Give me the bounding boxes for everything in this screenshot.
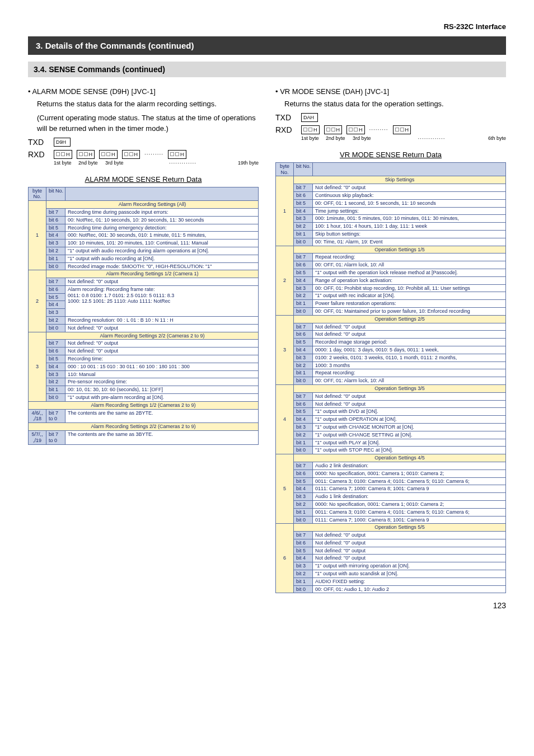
byte-1: 1 — [276, 176, 294, 246]
desc: Repeat recording: — [313, 369, 506, 377]
desc: Recording time: — [65, 355, 259, 363]
desc: Not defined: "0" output — [313, 532, 506, 539]
desc: Recording resolution: 00 : L 01 : B 10 :… — [65, 317, 259, 325]
desc: "1" output with PLAY at [ON]. — [313, 439, 506, 447]
desc: 0011: Camera 3; 0100: Camera 4; 0101: Ca… — [313, 508, 506, 516]
bit-cell: bit 4 — [294, 416, 313, 424]
right-byte-labels: 1st byte 2nd byte 3rd byte ·············… — [301, 135, 506, 142]
desc: 0100: 2 weeks, 0101: 3 weeks, 0110, 1 mo… — [313, 354, 506, 361]
desc: "1" output with mirroring operation at [… — [313, 562, 506, 570]
desc: The contents are the same as 2BYTE. — [65, 409, 259, 423]
bit-cell: bit 7 — [294, 184, 313, 192]
bit-cell: bit 0 — [294, 307, 313, 315]
desc: Range of operation lock activation: — [313, 276, 506, 284]
bit-cell: bit 0 — [294, 447, 313, 454]
txd-label: TXD — [275, 113, 297, 122]
rxd-label: RXD — [28, 150, 49, 159]
bit-cell: bit 0 — [294, 377, 313, 385]
bit-cell: bit 7 — [294, 323, 313, 331]
bit-cell: bit 5 — [46, 355, 65, 363]
subsection-title-bar: 3.4. SENSE Commands (continued) — [28, 62, 506, 77]
bit-cell: bit 5 — [294, 269, 313, 277]
byte-label: 19th byte — [238, 160, 259, 166]
desc: Not defined: "0" output — [313, 400, 506, 408]
bit-cell: bit 4 — [294, 346, 313, 354]
desc: "1" output with DVD at [ON]. — [313, 408, 506, 416]
rxd-byte-box: H — [122, 150, 140, 159]
bit-cell: bit 3 — [46, 240, 65, 247]
txd-code-box: DAH — [301, 113, 318, 122]
desc: Repeat recording: — [313, 253, 506, 261]
section-op15: Operation Settings 1/5 — [294, 246, 506, 253]
bit-cell: bit 1 — [294, 577, 313, 585]
bit-cell: bit 5 — [46, 293, 65, 301]
bit-cell: bit 6 — [46, 285, 65, 293]
bit-cell: bit 7 — [46, 278, 65, 286]
header-interface: RS-232C Interface — [28, 22, 506, 31]
right-rxd-row: RXD H H H ········· H — [275, 125, 506, 134]
rxd-byte-box: H — [54, 150, 72, 159]
desc: Not defined: "0" output — [65, 324, 259, 332]
byte-4-18: 4/6/,, ,/18 — [29, 409, 46, 423]
right-title: • VR MODE SENSE (DAH) [JVC-1] — [275, 87, 506, 96]
desc: Power failure restoration operations: — [313, 300, 506, 308]
bit-cell: bit 3 — [294, 423, 313, 431]
desc: 00: OFF, 01: Audio 1, 10: Audio 2 — [313, 585, 506, 593]
rxd-byte-box: H — [324, 125, 343, 134]
bit-cell: bit 1 — [294, 439, 313, 447]
bit-cell: bit 4 — [46, 232, 65, 240]
bit-cell: bit 7 to 0 — [46, 409, 65, 423]
section-12-c29a: Alarm Recording Settings 1/2 (Cameras 2 … — [29, 401, 259, 409]
desc: "1" output with pre-alarm recording at [… — [65, 394, 259, 402]
desc: Not defined: "0" output — [313, 547, 506, 555]
left-return-title: ALARM MODE SENSE Return Data — [28, 175, 259, 184]
right-return-title: VR MODE SENSE Return Data — [275, 151, 506, 159]
bit-cell: bit 6 — [294, 331, 313, 339]
bit-cell: bit 4 — [294, 555, 313, 562]
bit-cell: bit 6 — [294, 469, 313, 477]
bit-cell: bit 4 — [46, 363, 65, 370]
byte-label: 1st byte — [301, 135, 321, 141]
bit-cell: bit 4 — [294, 276, 313, 284]
section-12-c1: Alarm Recording Settings 1/2 (Camera 1) — [46, 270, 259, 278]
th-blank — [313, 162, 506, 176]
desc: 00: OFF, 01: Alarm lock, 10: All — [313, 377, 506, 385]
desc: Not defined: "0" output — [65, 348, 259, 355]
bit-cell: bit 7 — [46, 208, 65, 216]
desc: "1" output with STOP REC at [ON]. — [313, 447, 506, 454]
desc: 0000: No specification, 0001: Camera 1; … — [313, 500, 506, 508]
bit-cell: bit 4 — [46, 301, 65, 309]
txd-label: TXD — [28, 138, 49, 147]
bit-cell: bit 5 — [294, 477, 313, 485]
desc: Recording time during emergency detectio… — [65, 224, 259, 232]
byte-3: 3 — [29, 332, 46, 401]
bit-cell: bit 1 — [294, 369, 313, 377]
desc: 0111: Camera 7; 1000: Camera 8; 1001: Ca… — [313, 516, 506, 524]
desc: 0000: 1 day, 0001: 3 days, 0010: 5 days,… — [313, 346, 506, 354]
desc: AUDIO FIXED setting: — [313, 577, 506, 585]
dots: ············· — [380, 135, 484, 142]
desc: Not defined: "0" output — [313, 184, 506, 192]
content-columns: • ALARM MODE SENSE (D9H) [JVC-1] Returns… — [28, 87, 506, 593]
bit-cell: bit 3 — [294, 215, 313, 223]
desc: 00: OFF, 01: Alarm lock, 10: All — [313, 261, 506, 269]
left-rxd-row: RXD H H H H ········· H — [28, 150, 259, 159]
dots: ········· — [144, 151, 163, 157]
bit-cell: bit 0 — [294, 516, 313, 524]
th-byte: byte No. — [276, 162, 294, 176]
desc: 1000: 3 months — [313, 361, 506, 369]
bit-cell: bit 6 — [294, 400, 313, 408]
bit-cell: bit 0 — [294, 238, 313, 246]
rxd-byte-box: H — [99, 150, 118, 159]
byte-5-19: 5/7/,, ,/19 — [29, 431, 46, 445]
left-column: • ALARM MODE SENSE (D9H) [JVC-1] Returns… — [28, 87, 259, 445]
desc: 00: NotRec, 01: 10 seconds, 10: 20 secon… — [65, 216, 259, 224]
desc: Time jump settings: — [313, 207, 506, 215]
desc: 0111: Camera 7; 1000: Camera 8; 1001: Ca… — [313, 485, 506, 493]
bit-cell: bit 0 — [46, 262, 65, 270]
left-txd-row: TXD D9H — [28, 138, 259, 147]
rxd-byte-box: H — [393, 125, 411, 134]
desc: "1" output with auto scandisk at [ON]. — [313, 570, 506, 578]
byte-5: 5 — [276, 454, 294, 524]
bit-cell: bit 2 — [46, 317, 65, 325]
